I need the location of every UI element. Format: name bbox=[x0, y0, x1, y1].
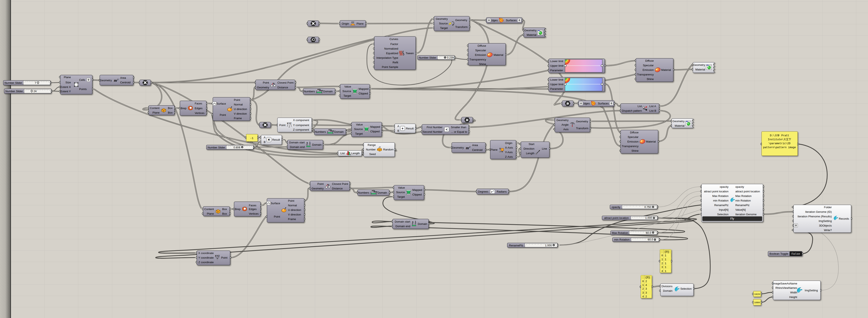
svg-text:Diffuse: Diffuse bbox=[477, 44, 486, 47]
svg-text:... or Equal to: ... or Equal to bbox=[451, 130, 467, 133]
svg-text:A: A bbox=[397, 125, 399, 128]
svg-text:Plane: Plane bbox=[490, 148, 498, 151]
svg-text:opacity: opacity bbox=[612, 205, 620, 209]
svg-text:Folder: Folder bbox=[824, 206, 832, 209]
svg-text:0.239: 0.239 bbox=[447, 56, 454, 59]
svg-text:Frame: Frame bbox=[234, 117, 242, 120]
svg-text:0: 0 bbox=[642, 280, 644, 283]
svg-text:2: 2 bbox=[661, 262, 663, 265]
svg-text:Specular: Specular bbox=[628, 136, 639, 139]
svg-text:-1: -1 bbox=[250, 137, 253, 140]
svg-text:Point: Point bbox=[220, 113, 226, 116]
svg-text:1: 1 bbox=[665, 262, 666, 265]
svg-text:{0}: {0} bbox=[664, 251, 669, 253]
svg-text:1: 1 bbox=[642, 284, 644, 287]
svg-text:min Rotation: min Rotation bbox=[735, 199, 751, 202]
svg-text:Iteration Genome (ID): Iteration Genome (ID) bbox=[805, 210, 832, 213]
svg-text:r: r bbox=[491, 190, 493, 193]
svg-text:Geometry: Geometry bbox=[100, 79, 112, 82]
svg-text:✕: ✕ bbox=[268, 138, 270, 142]
svg-text:Geometry: Geometry bbox=[693, 63, 705, 66]
svg-text:4: 4 bbox=[661, 270, 663, 273]
svg-text:Source: Source bbox=[354, 127, 363, 131]
svg-text:Domain: Domain bbox=[323, 90, 333, 93]
svg-text:Surface: Surface bbox=[217, 102, 226, 105]
svg-text:Domain: Domain bbox=[378, 191, 387, 194]
svg-text:ImgSetting: ImgSetting bbox=[805, 289, 818, 292]
svg-text:Selection: Selection bbox=[680, 287, 692, 290]
svg-text:Edges: Edges bbox=[195, 107, 203, 110]
svg-text:Parameter: Parameter bbox=[550, 87, 563, 90]
svg-text:Plane: Plane bbox=[152, 111, 159, 114]
svg-text:Geometry: Geometry bbox=[556, 119, 568, 122]
svg-text:Second Number: Second Number bbox=[423, 130, 443, 133]
svg-text:Random: Random bbox=[383, 148, 394, 151]
svg-text:Parameter: Parameter bbox=[550, 69, 563, 72]
svg-text:min Rotation: min Rotation bbox=[713, 199, 728, 202]
svg-text:List B: List B bbox=[649, 109, 656, 112]
svg-text:Edges: Edges bbox=[249, 207, 257, 211]
svg-text:Number Slider: Number Slider bbox=[419, 56, 436, 59]
svg-text:Faces: Faces bbox=[195, 102, 202, 105]
svg-text:attract point location: attract point location bbox=[735, 190, 760, 193]
svg-text:Surface: Surface bbox=[271, 202, 280, 205]
svg-text:V direction: V direction bbox=[234, 112, 247, 115]
svg-text:1.000: 1.000 bbox=[545, 244, 552, 247]
svg-text:Point: Point bbox=[274, 215, 280, 218]
svg-text:2: 2 bbox=[642, 288, 644, 290]
svg-text:Plane: Plane bbox=[207, 212, 214, 215]
svg-text:attract point location: attract point location bbox=[604, 216, 629, 220]
svg-text:1080: 1080 bbox=[754, 301, 760, 304]
svg-text:Area: Area bbox=[472, 144, 478, 147]
svg-text:Brep: Brep bbox=[235, 207, 241, 211]
svg-text:Target: Target bbox=[343, 94, 351, 97]
svg-text:Box: Box bbox=[222, 212, 227, 215]
svg-text:Smaller than: Smaller than bbox=[451, 126, 466, 129]
svg-text:0: 0 bbox=[661, 254, 663, 257]
svg-text:Surfaces: Surfaces bbox=[598, 102, 609, 105]
svg-text:Point: Point bbox=[288, 199, 294, 202]
svg-text:Material: Material bbox=[675, 124, 685, 127]
svg-text:Max Rotation: Max Rotation bbox=[612, 231, 628, 234]
svg-text:Upper limit: Upper limit bbox=[550, 64, 563, 67]
svg-text:Angle: Angle bbox=[561, 123, 568, 126]
svg-text:Material: Material bbox=[494, 53, 503, 56]
svg-text:False: False bbox=[792, 252, 800, 256]
svg-text:Dispatch pattern: Dispatch pattern bbox=[622, 109, 642, 112]
svg-text:Boolean Toggle: Boolean Toggle bbox=[770, 252, 788, 255]
svg-text:Iteration Phenome (Results): Iteration Phenome (Results) bbox=[798, 215, 832, 218]
svg-text:Geometry: Geometry bbox=[576, 120, 588, 123]
svg-text:Y component: Y component bbox=[293, 123, 309, 127]
svg-text:Target: Target bbox=[440, 26, 448, 30]
svg-text:Target: Target bbox=[355, 132, 363, 135]
svg-text:Edges: Edges bbox=[582, 102, 590, 105]
svg-text:Result: Result bbox=[272, 138, 280, 141]
svg-text:Clipped: Clipped bbox=[359, 92, 368, 95]
svg-text:A: A bbox=[264, 136, 266, 139]
svg-text:Area: Area bbox=[120, 76, 126, 79]
svg-text:Geometry: Geometry bbox=[312, 187, 323, 190]
svg-text:Clipped: Clipped bbox=[370, 130, 380, 133]
svg-text:Start: Start bbox=[529, 143, 534, 146]
svg-text:Geometry: Geometry bbox=[436, 17, 448, 21]
svg-text:3: 3 bbox=[645, 292, 647, 294]
svg-text:XYZ: XYZ bbox=[287, 122, 291, 125]
svg-text:X-Axis: X-Axis bbox=[505, 146, 513, 149]
svg-text:Z component: Z component bbox=[293, 128, 309, 131]
svg-text:Surfaces: Surfaces bbox=[506, 19, 517, 22]
svg-text:3: 3 bbox=[642, 292, 644, 294]
svg-text:Number Slider: Number Slider bbox=[208, 146, 225, 149]
svg-text:Geometry: Geometry bbox=[673, 120, 685, 123]
svg-text:Material: Material bbox=[646, 140, 656, 143]
svg-text:Point: Point bbox=[234, 98, 240, 102]
svg-text:Content: Content bbox=[150, 107, 160, 110]
svg-text:max: max bbox=[330, 130, 334, 132]
svg-text:1: 1 bbox=[415, 221, 416, 223]
svg-text:0: 0 bbox=[412, 221, 413, 223]
svg-text:2: 2 bbox=[469, 146, 470, 148]
svg-text:U direction: U direction bbox=[288, 208, 301, 211]
svg-text:1: 1 bbox=[665, 270, 666, 273]
svg-text:2: 2 bbox=[117, 78, 119, 81]
svg-text:Transparency: Transparency bbox=[637, 73, 654, 76]
svg-text:Plane: Plane bbox=[356, 22, 364, 25]
